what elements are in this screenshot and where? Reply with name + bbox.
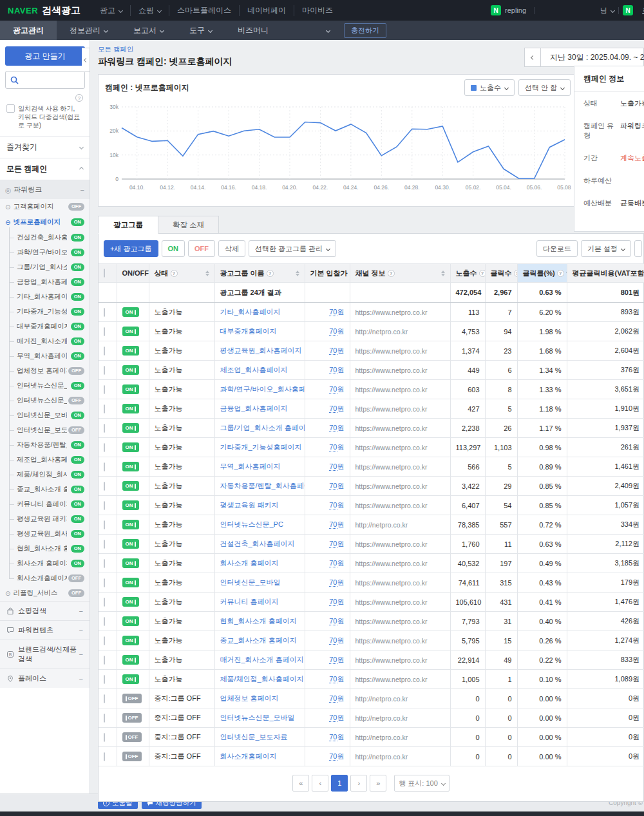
sidebar-adgroup[interactable]: 자동차용품/렌탈_회사…ON [0, 437, 90, 452]
bid-link[interactable]: 70원 [329, 366, 344, 374]
toggle-on[interactable]: ON [122, 346, 139, 356]
help-icon[interactable]: ? [171, 270, 178, 277]
bid-link[interactable]: 70원 [329, 385, 344, 394]
sidebar-powerlink[interactable]: ◎ 파워링크 − [0, 180, 90, 199]
sidebar-section[interactable]: 쇼핑검색− [0, 601, 90, 620]
toggle-on[interactable]: ON [122, 384, 139, 394]
topnav-item[interactable]: 광고 [92, 5, 130, 16]
sidebar-adgroup[interactable]: 인터넷신문_보도자료OFF [0, 422, 90, 437]
column-header[interactable]: 클릭수? [485, 264, 517, 283]
adgroup-name-link[interactable]: 무역_회사홈페이지 [220, 462, 281, 470]
adgroup-name-link[interactable]: 기타_회사홈페이지 [220, 308, 281, 316]
adgroup-name-link[interactable]: 기타중개_기능성홈페이지 [220, 443, 302, 451]
row-checkbox[interactable] [104, 520, 105, 529]
sidebar-adgroup[interactable]: 협회_회사소개 홈페이지ON [0, 541, 90, 556]
row-checkbox[interactable] [104, 694, 105, 703]
toggle-on[interactable]: ON [122, 616, 139, 626]
toggle-on[interactable]: ON [122, 327, 139, 336]
help-icon[interactable]: ? [557, 270, 564, 277]
adgroup-name-link[interactable]: 자동차용품/렌탈_회사홈페이지 [220, 482, 305, 489]
sidebar-adgroup[interactable]: 인터넷뉴스신문_모바일OFF [0, 393, 90, 408]
info-value[interactable]: 계속노출 [620, 153, 644, 163]
sidebar-adgroup[interactable]: 매거진_회사소개 홈페…ON [0, 334, 90, 348]
sidebar-adgroup[interactable]: 인터넷뉴스신문_PCON [0, 378, 90, 393]
page-number-button[interactable]: 1 [331, 775, 348, 792]
column-header[interactable]: 채널 정보? [350, 264, 450, 283]
adgroup-name-link[interactable]: 제조업_회사홈페이지 [220, 366, 288, 374]
row-checkbox[interactable] [104, 559, 105, 568]
bid-link[interactable]: 70원 [329, 559, 344, 567]
sidebar-adgroup[interactable]: 기타_회사홈페이지ON [0, 289, 90, 304]
toggle-on[interactable]: ON [122, 500, 139, 510]
nav-item[interactable]: 정보관리 [57, 21, 120, 40]
row-checkbox[interactable] [104, 598, 105, 607]
bid-link[interactable]: 70원 [329, 540, 344, 548]
charge-button[interactable]: 충전하기 [344, 23, 386, 38]
default-settings-dropdown[interactable]: 기본 설정 [581, 240, 631, 257]
adgroup-name-link[interactable]: 인터넷신문_보도자료 [220, 733, 288, 741]
sidebar-collapse-handle[interactable] [82, 48, 90, 72]
sidebar-adgroup[interactable]: 대부중개홈페이지ON [0, 319, 90, 334]
bid-link[interactable]: 70원 [329, 482, 344, 490]
row-checkbox[interactable] [104, 327, 105, 336]
bid-link[interactable]: 70원 [329, 598, 344, 606]
account-menu[interactable]: 님 [600, 6, 614, 15]
sidebar-adgroup[interactable]: 인터넷신문_모바일ON [0, 408, 90, 422]
page-next-button[interactable]: › [350, 775, 367, 792]
bid-link[interactable]: 70원 [329, 656, 344, 664]
adgroup-name-link[interactable]: 평생교육원_회사홈페이지 [220, 346, 302, 354]
column-header[interactable]: 기본 입찰가? [305, 264, 350, 283]
sidebar-section[interactable]: B브랜드검색/신제품검색− [0, 640, 90, 669]
row-checkbox[interactable] [104, 308, 105, 317]
adgroup-name-link[interactable]: 대부중개홈페이지 [220, 327, 277, 335]
topnav-item[interactable]: 네이버페이 [239, 5, 294, 16]
row-checkbox[interactable] [104, 578, 105, 587]
topnav-item[interactable]: 마이비즈 [294, 5, 341, 16]
new-adgroup-button[interactable]: + 새 광고그룹 [104, 240, 158, 257]
create-ad-button[interactable]: 광고 만들기 [5, 46, 85, 66]
nav-item[interactable]: 도구 [176, 21, 225, 40]
sort-icon[interactable] [441, 270, 445, 276]
adgroup-name-link[interactable]: 협회_회사소개 홈페이지 [220, 617, 297, 625]
bid-link[interactable]: 70원 [329, 675, 344, 683]
column-header[interactable]: 평균클릭비용(VAT포함,원)? [567, 264, 644, 283]
toggle-on[interactable]: ON [122, 481, 139, 491]
sidebar-adgroup[interactable]: 건설건축_회사홈페이지ON [0, 230, 90, 245]
toggle-off[interactable]: OFF [122, 713, 142, 723]
bid-link[interactable]: 70원 [329, 714, 344, 722]
date-range-selector[interactable]: 지난 30일 : 2025.04.09. ~ 2025.05.08. [541, 48, 644, 67]
toggle-on[interactable]: ON [122, 539, 139, 549]
manage-selected-dropdown[interactable]: 선택한 광고그룹 관리 [249, 240, 336, 257]
toggle-off[interactable]: OFF [122, 694, 142, 703]
topnav-item[interactable]: 쇼핑 [130, 5, 169, 16]
sidebar-adgroup[interactable]: 금융업_회사홈페이지ON [0, 274, 90, 289]
bid-link[interactable]: 70원 [329, 752, 344, 761]
topnav-item[interactable]: 스마트플레이스 [169, 5, 239, 16]
toggle-off[interactable]: OFF [122, 752, 142, 761]
sidebar-campaign[interactable]: ⊖넷프로홈페이지ON [0, 214, 90, 230]
row-checkbox[interactable] [104, 366, 105, 375]
collapse-icon[interactable]: − [79, 675, 83, 683]
page-prev-button[interactable]: ‹ [312, 775, 328, 792]
date-prev-button[interactable] [524, 48, 541, 67]
adgroup-name-link[interactable]: 회사소개홈페이지 [220, 752, 277, 760]
help-icon[interactable]: ? [514, 270, 518, 277]
compare-select[interactable]: 선택 안 함 [518, 79, 571, 96]
sidebar-campaign[interactable]: ⊙고객홈페이지OFF [0, 199, 90, 214]
row-checkbox[interactable] [104, 656, 105, 665]
toggle-on[interactable]: ON [122, 423, 139, 433]
toggle-on[interactable]: ON [122, 462, 139, 471]
bid-link[interactable]: 70원 [329, 694, 344, 703]
row-checkbox[interactable] [104, 636, 105, 645]
sidebar-favorites[interactable]: 즐겨찾기 [0, 137, 90, 158]
adgroup-name-link[interactable]: 과학/연구/바이오_회사홈페이지 [220, 385, 305, 393]
bulk-off-button[interactable]: OFF [188, 240, 215, 257]
sidebar-adgroup[interactable]: 기타중개_기능성홈페…ON [0, 304, 90, 319]
row-checkbox[interactable] [104, 385, 105, 394]
sidebar-adgroup[interactable]: 업체정보 홈페이지OFF [0, 363, 90, 378]
bid-link[interactable]: 70원 [329, 617, 344, 625]
bid-link[interactable]: 70원 [329, 636, 344, 645]
help-icon[interactable]: ? [267, 270, 274, 277]
sort-icon[interactable] [205, 270, 209, 276]
page-first-button[interactable]: « [292, 775, 309, 792]
